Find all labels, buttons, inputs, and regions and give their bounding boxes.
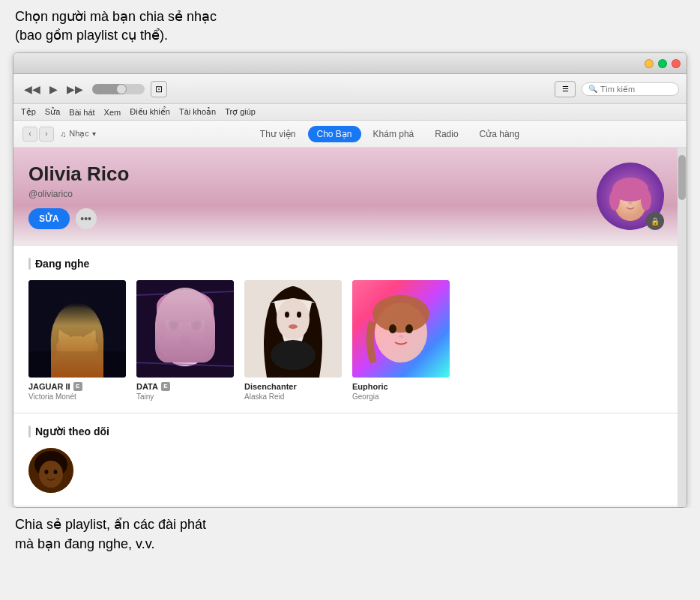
content-area: Olivia Rico @oliviarico SỬA ••• [13, 148, 687, 507]
menu-bar: Tệp Sửa Bài hát Xem Điều khiển Tài khoản… [13, 104, 687, 121]
svg-point-10 [81, 331, 85, 337]
svg-point-3 [609, 190, 620, 210]
explicit-badge: E [73, 382, 82, 391]
svg-point-9 [69, 331, 73, 337]
album-title: DATA E [136, 382, 234, 391]
scrollbar-thumb[interactable] [678, 155, 686, 200]
menu-view[interactable]: Xem [104, 108, 121, 117]
menu-file[interactable]: Tệp [21, 107, 36, 117]
music-label: Nhạc [69, 129, 89, 139]
tab-discover[interactable]: Khám phá [364, 126, 423, 142]
album-cover-jaguar[interactable] [28, 280, 126, 378]
music-note-icon: ♫ [60, 130, 66, 139]
lock-icon: 🔒 [651, 217, 660, 225]
album-artist: Tainy [136, 393, 234, 401]
volume-slider[interactable] [92, 84, 145, 94]
title-bar-controls [645, 59, 681, 68]
listening-title: Đang nghe [28, 258, 672, 270]
close-button[interactable] [672, 59, 681, 68]
album-artist: Georgia [352, 393, 450, 401]
svg-point-33 [271, 340, 316, 370]
rewind-button[interactable]: ◀◀ [21, 82, 43, 97]
minimize-button[interactable] [645, 59, 654, 68]
avatar-container: 🔒 [597, 163, 664, 230]
nav-back-button[interactable]: ‹ [22, 127, 37, 142]
svg-point-20 [193, 321, 199, 328]
album-artist: Alaska Reid [244, 393, 342, 401]
forward-button[interactable]: ▶▶ [64, 82, 86, 97]
svg-rect-23 [157, 303, 166, 340]
svg-point-44 [54, 470, 58, 474]
svg-point-8 [58, 314, 96, 359]
album-cover-euphoric[interactable] [352, 280, 450, 378]
album-item: Euphoric Georgia [352, 280, 450, 401]
svg-point-42 [39, 461, 63, 488]
album-cover-data[interactable] [136, 280, 234, 378]
volume-thumb [116, 84, 127, 94]
album-item: Disenchanter Alaska Reid [244, 280, 342, 401]
nav-forward-button[interactable]: › [39, 127, 54, 142]
svg-point-30 [285, 312, 289, 318]
listening-section: Đang nghe [13, 245, 687, 413]
profile-handle: @oliviarico [28, 189, 672, 199]
svg-point-5 [628, 201, 633, 204]
tab-radio[interactable]: Radio [426, 126, 467, 142]
follower-avatar[interactable] [28, 448, 73, 493]
svg-point-18 [191, 318, 202, 331]
svg-rect-24 [205, 303, 214, 340]
music-selector: ♫ Nhạc ▾ [60, 129, 96, 139]
scrollbar-track[interactable] [678, 148, 687, 507]
svg-point-29 [277, 298, 310, 340]
album-title: JAGUAR II E [28, 382, 126, 391]
nav-tabs: Thư viện Cho Bạn Khám phá Radio Cửa hàng [102, 126, 678, 142]
menu-controls[interactable]: Điều khiển [130, 107, 170, 117]
svg-rect-12 [28, 351, 126, 378]
album-artist: Victoria Monét [28, 393, 126, 401]
list-view-button[interactable]: ☰ [555, 81, 576, 97]
search-box: 🔍 [582, 82, 679, 96]
followers-title: Người theo dõi [28, 425, 672, 437]
profile-name: Olivia Rico [28, 163, 672, 186]
playback-controls: ◀◀ ▶ ▶▶ [21, 82, 86, 97]
svg-point-14 [155, 291, 215, 366]
play-button[interactable]: ▶ [46, 82, 61, 97]
nav-arrows: ‹ › [22, 127, 54, 142]
svg-point-15 [166, 315, 181, 333]
airplay-button[interactable]: ⊡ [151, 81, 167, 97]
search-input[interactable] [600, 85, 675, 94]
menu-help[interactable]: Trợ giúp [225, 107, 256, 117]
album-cover-disenchanter[interactable] [244, 280, 342, 378]
explicit-badge: E [161, 382, 170, 391]
menu-songs[interactable]: Bài hát [69, 108, 94, 117]
section-line [28, 258, 31, 270]
svg-point-17 [169, 318, 179, 331]
menu-account[interactable]: Tài khoản [179, 107, 216, 117]
annotation-top: Chọn người mà bạn chia sẻ nhạc (bao gồm … [0, 0, 700, 52]
svg-point-38 [405, 324, 413, 333]
svg-point-32 [289, 324, 298, 329]
tab-for-you[interactable]: Cho Bạn [308, 126, 361, 142]
svg-point-39 [399, 335, 403, 338]
toolbar: ◀◀ ▶ ▶▶ ⊡ ☰ 🔍 [13, 74, 687, 104]
followers-section: Người theo dõi [13, 413, 687, 505]
svg-point-22 [157, 290, 214, 323]
svg-point-16 [189, 315, 204, 333]
svg-point-11 [56, 306, 98, 336]
album-item: JAGUAR II E Victoria Monét [28, 280, 126, 401]
profile-section: Olivia Rico @oliviarico SỬA ••• [13, 148, 687, 245]
more-options-button[interactable]: ••• [76, 208, 97, 229]
album-title: Disenchanter [244, 382, 342, 391]
svg-point-7 [51, 333, 103, 378]
section-line [28, 425, 31, 437]
album-title: Euphoric [352, 382, 450, 391]
nav-bar: ‹ › ♫ Nhạc ▾ Thư viện Cho Bạn Khám phá R… [13, 121, 687, 148]
tab-library[interactable]: Thư viện [251, 126, 305, 142]
edit-profile-button[interactable]: SỬA [28, 208, 70, 229]
maximize-button[interactable] [658, 59, 667, 68]
svg-point-43 [45, 470, 49, 474]
tab-store[interactable]: Cửa hàng [471, 126, 528, 142]
svg-point-31 [297, 312, 301, 318]
svg-point-19 [171, 321, 177, 328]
menu-edit[interactable]: Sửa [45, 107, 60, 117]
albums-grid: JAGUAR II E Victoria Monét [28, 280, 672, 401]
